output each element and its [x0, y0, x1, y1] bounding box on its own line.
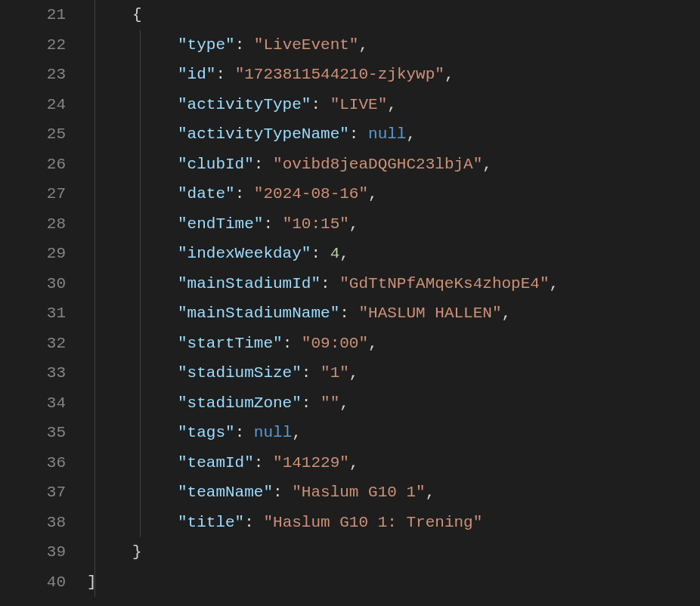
- token: ,: [339, 394, 349, 412]
- token: ,: [349, 215, 359, 233]
- code-line[interactable]: "id": "1723811544210-zjkywp",: [87, 60, 700, 90]
- code-content: "tags": null,: [87, 418, 302, 448]
- line-number: 34: [0, 388, 66, 419]
- line-number: 36: [0, 448, 66, 478]
- token: "clubId": [178, 156, 254, 173]
- token: ]: [87, 574, 97, 591]
- code-line[interactable]: "mainStadiumId": "GdTtNPfAMqeKs4zhopE4",: [87, 269, 700, 299]
- token: ,: [368, 335, 378, 352]
- code-content: "clubId": "ovibd8jeaDQGHC23lbjA",: [87, 150, 492, 180]
- token: :: [215, 66, 234, 83]
- token: "activityTypeName": [178, 125, 349, 143]
- line-number: 22: [0, 30, 66, 60]
- code-content: {: [87, 0, 142, 30]
- token: :: [235, 424, 254, 441]
- code-content: }: [87, 537, 142, 567]
- code-content: "id": "1723811544210-zjkywp",: [87, 60, 454, 90]
- token: :: [339, 305, 358, 322]
- line-number: 24: [0, 90, 66, 120]
- token: "title": [178, 514, 244, 531]
- line-number: 38: [0, 508, 66, 538]
- token: "Haslum G10 1: Trening": [263, 514, 482, 531]
- line-number-gutter: 2122232425262728293031323334353637383940: [0, 0, 87, 606]
- line-number: 39: [0, 537, 66, 567]
- line-number: 28: [0, 209, 66, 240]
- token: "1": [321, 364, 349, 382]
- token: "indexWeekday": [178, 245, 311, 262]
- code-line[interactable]: "clubId": "ovibd8jeaDQGHC23lbjA",: [87, 150, 700, 180]
- token: null: [368, 125, 406, 143]
- token: :: [311, 96, 330, 113]
- token: }: [132, 543, 142, 561]
- code-line[interactable]: "title": "Haslum G10 1: Trening": [87, 508, 700, 538]
- token: ,: [292, 424, 302, 441]
- code-content: "mainStadiumId": "GdTtNPfAMqeKs4zhopE4",: [87, 269, 559, 299]
- code-content: "stadiumZone": "",: [87, 388, 349, 419]
- token: "type": [178, 36, 235, 54]
- code-line[interactable]: "date": "2024-08-16",: [87, 179, 700, 209]
- token: "mainStadiumId": [178, 275, 321, 292]
- code-content: "indexWeekday": 4,: [87, 239, 349, 269]
- token: ,: [406, 125, 416, 143]
- token: "GdTtNPfAMqeKs4zhopE4": [339, 275, 549, 292]
- token: 4: [330, 245, 340, 262]
- token: "09:00": [302, 335, 368, 352]
- code-line[interactable]: "mainStadiumName": "HASLUM HALLEN",: [87, 298, 700, 329]
- token: "141229": [273, 454, 349, 472]
- token: "": [321, 394, 339, 412]
- token: :: [349, 125, 368, 143]
- code-line[interactable]: "activityTypeName": null,: [87, 119, 700, 150]
- code-line[interactable]: "type": "LiveEvent",: [87, 30, 700, 60]
- token: :: [254, 454, 273, 472]
- code-content: "teamName": "Haslum G10 1",: [87, 478, 435, 508]
- token: ,: [349, 364, 359, 382]
- code-line[interactable]: ]: [87, 567, 700, 598]
- token: :: [283, 335, 302, 352]
- token: ,: [387, 96, 397, 113]
- code-line[interactable]: "startTime": "09:00",: [87, 329, 700, 359]
- code-line[interactable]: "teamId": "141229",: [87, 448, 700, 478]
- token: :: [263, 215, 282, 233]
- line-number: 23: [0, 60, 66, 90]
- code-content: "activityType": "LIVE",: [87, 90, 397, 120]
- code-line[interactable]: {: [87, 0, 700, 30]
- token: "mainStadiumName": [178, 305, 339, 322]
- token: "1723811544210-zjkywp": [235, 66, 444, 83]
- code-line[interactable]: "teamName": "Haslum G10 1",: [87, 478, 700, 508]
- line-number: 32: [0, 329, 66, 359]
- code-content: "teamId": "141229",: [87, 448, 358, 478]
- line-number: 29: [0, 239, 66, 269]
- code-line[interactable]: }: [87, 537, 700, 567]
- code-content: "endTime": "10:15",: [87, 209, 358, 240]
- code-line[interactable]: "tags": null,: [87, 418, 700, 448]
- code-content: "type": "LiveEvent",: [87, 30, 368, 60]
- token: "tags": [178, 424, 235, 441]
- code-editor[interactable]: 2122232425262728293031323334353637383940…: [0, 0, 700, 606]
- token: ,: [358, 36, 368, 54]
- token: :: [235, 185, 254, 203]
- token: ,: [339, 245, 349, 262]
- token: "HASLUM HALLEN": [358, 305, 501, 322]
- code-line[interactable]: "indexWeekday": 4,: [87, 239, 700, 269]
- token: ,: [368, 185, 378, 203]
- code-line[interactable]: "activityType": "LIVE",: [87, 90, 700, 120]
- token: :: [235, 36, 254, 54]
- token: {: [132, 6, 142, 23]
- token: ,: [550, 275, 559, 292]
- token: "startTime": [178, 335, 283, 352]
- token: "stadiumSize": [178, 364, 302, 382]
- line-number: 40: [0, 567, 66, 598]
- code-content: "date": "2024-08-16",: [87, 179, 378, 209]
- line-number: 21: [0, 0, 66, 30]
- token: "stadiumZone": [178, 394, 302, 412]
- code-content: ]: [87, 567, 97, 598]
- code-line[interactable]: "endTime": "10:15",: [87, 209, 700, 240]
- token: "teamId": [178, 454, 254, 472]
- code-content: "startTime": "09:00",: [87, 329, 378, 359]
- code-line[interactable]: "stadiumSize": "1",: [87, 358, 700, 388]
- code-content: "mainStadiumName": "HASLUM HALLEN",: [87, 298, 511, 329]
- token: :: [302, 394, 321, 412]
- token: ,: [444, 66, 454, 83]
- code-area[interactable]: {"type": "LiveEvent","id": "172381154421…: [87, 0, 700, 606]
- code-line[interactable]: "stadiumZone": "",: [87, 388, 700, 419]
